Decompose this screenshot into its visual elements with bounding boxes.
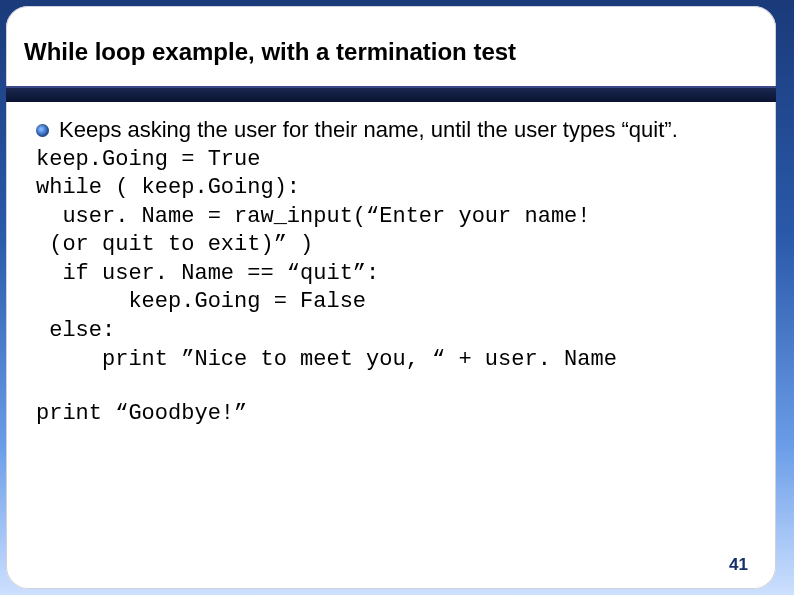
bullet-item: Keeps asking the user for their name, un… xyxy=(36,116,746,144)
code-line: else: xyxy=(36,317,746,346)
slide-title: While loop example, with a termination t… xyxy=(24,38,516,66)
code-line: print ”Nice to meet you, “ + user. Name xyxy=(36,346,746,375)
content-area: Keeps asking the user for their name, un… xyxy=(36,116,746,429)
divider-bar xyxy=(6,86,776,102)
code-line: keep.Going = False xyxy=(36,288,746,317)
code-line: while ( keep.Going): xyxy=(36,174,746,203)
code-line: (or quit to exit)” ) xyxy=(36,231,746,260)
code-line: keep.Going = True xyxy=(36,146,746,175)
bullet-text: Keeps asking the user for their name, un… xyxy=(59,116,678,144)
page-number: 41 xyxy=(729,555,748,575)
code-block: keep.Going = True while ( keep.Going): u… xyxy=(36,146,746,429)
code-line: if user. Name == “quit”: xyxy=(36,260,746,289)
code-line: user. Name = raw_input(“Enter your name! xyxy=(36,203,746,232)
bullet-icon xyxy=(36,124,49,137)
code-line: print “Goodbye!” xyxy=(36,400,746,429)
inner-panel: While loop example, with a termination t… xyxy=(6,6,776,589)
